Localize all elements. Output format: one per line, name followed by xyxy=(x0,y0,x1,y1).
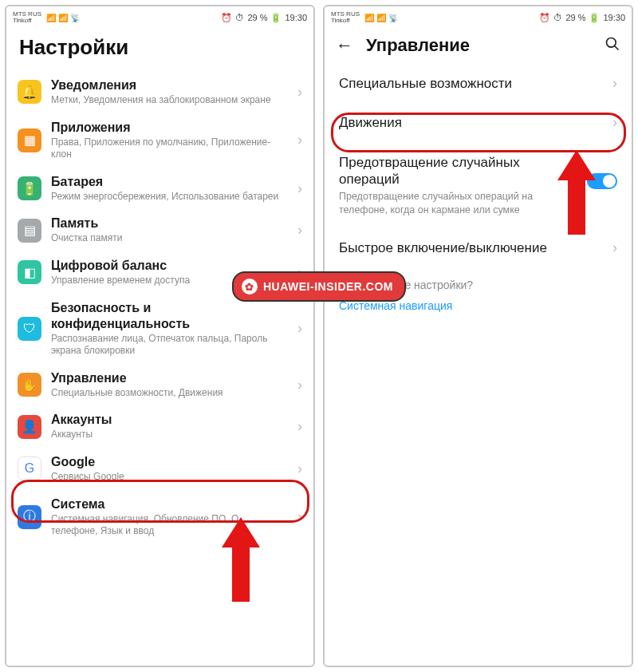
watermark-text: HUAWEI-INSIDER.COM xyxy=(263,280,393,293)
clock: 19:30 xyxy=(603,13,625,22)
row-prevent-accidental[interactable]: Предотвращение случайных операций Предот… xyxy=(325,143,632,228)
search-button[interactable] xyxy=(605,36,620,56)
wifi-icon: 📡 xyxy=(70,14,80,22)
row-memory[interactable]: ▤ Память Очистка памяти › xyxy=(6,209,313,251)
toggle-prevent-accidental[interactable] xyxy=(587,173,617,189)
battery-pct: 29 % xyxy=(565,13,585,22)
page-title: Настройки xyxy=(6,29,313,71)
row-battery[interactable]: 🔋 Батарея Режим энергосбережения, Исполь… xyxy=(6,168,313,210)
row-accessibility[interactable]: Специальные возможности › xyxy=(325,64,632,103)
watermark-badge: ✿ HUAWEI-INSIDER.COM xyxy=(232,271,406,302)
chevron-right-icon: › xyxy=(297,132,302,148)
alarm-icon: ⏰ xyxy=(539,13,550,23)
wifi-icon: 📡 xyxy=(388,14,398,22)
chevron-right-icon: › xyxy=(612,75,617,92)
chevron-right-icon: › xyxy=(297,508,302,525)
row-motions[interactable]: Движения › xyxy=(325,103,632,142)
chevron-right-icon: › xyxy=(297,222,302,239)
row-system[interactable]: ⓘ Система Системная навигация, Обновлени… xyxy=(6,490,313,544)
battery-pct: 29 % xyxy=(247,13,267,22)
bell-icon: 🔔 xyxy=(18,80,41,104)
control-list: Специальные возможности › Движения › Пре… xyxy=(325,64,632,666)
huawei-logo-icon: ✿ xyxy=(242,279,258,294)
row-accounts[interactable]: 👤 Аккаунты Аккаунты › xyxy=(6,405,313,448)
signal-icon-2: 📶 xyxy=(58,14,68,22)
battery-icon: 🔋 xyxy=(18,176,41,200)
hand-icon: ✋ xyxy=(18,373,41,397)
chevron-right-icon: › xyxy=(297,377,302,393)
search-icon xyxy=(605,36,620,52)
memory-icon: ▤ xyxy=(18,219,41,243)
balance-icon: ◧ xyxy=(18,260,41,284)
google-icon: G xyxy=(18,457,41,480)
row-notifications[interactable]: 🔔 Уведомления Метки, Уведомления на забл… xyxy=(6,71,313,113)
chevron-right-icon: › xyxy=(297,461,302,477)
phone-left-settings: МТS RUS Tinkoff 📶 📶 📡 ⏰ ⏱ 29 % 🔋 19:30 Н… xyxy=(5,5,315,667)
phone-right-control: МТS RUS Tinkoff 📶 📶 📡 ⏰ ⏱ 29 % 🔋 19:30 ←… xyxy=(323,5,633,667)
row-quick-power[interactable]: Быстрое включение/выключение › xyxy=(325,228,632,267)
svg-line-1 xyxy=(615,45,619,49)
row-google[interactable]: G Google Сервисы Google › xyxy=(6,448,313,490)
system-icon: ⓘ xyxy=(18,505,41,529)
row-security[interactable]: 🛡 Безопасность и конфиденциальность Расп… xyxy=(6,294,313,364)
apps-icon: ▦ xyxy=(18,128,41,152)
status-bar: МТS RUS Tinkoff 📶 📶 📡 ⏰ ⏱ 29 % 🔋 19:30 xyxy=(6,6,313,29)
chevron-right-icon: › xyxy=(297,320,302,337)
user-icon: 👤 xyxy=(18,415,41,439)
chevron-right-icon: › xyxy=(612,239,617,256)
chevron-right-icon: › xyxy=(297,418,302,435)
svg-point-0 xyxy=(607,38,616,47)
carrier-2: Tinkoff xyxy=(13,18,41,24)
page-title: Управление xyxy=(366,35,592,56)
alarm-icon-2: ⏱ xyxy=(235,13,244,22)
signal-icon-2: 📶 xyxy=(376,14,386,22)
alarm-icon-2: ⏱ xyxy=(553,13,562,22)
row-control[interactable]: ✋ Управление Специальные возможности, Дв… xyxy=(6,364,313,406)
shield-icon: 🛡 xyxy=(18,317,41,341)
alarm-icon: ⏰ xyxy=(221,13,232,23)
status-bar: МТS RUS Tinkoff 📶 📶 📡 ⏰ ⏱ 29 % 🔋 19:30 xyxy=(325,6,632,29)
chevron-right-icon: › xyxy=(297,180,302,197)
battery-icon: 🔋 xyxy=(270,13,282,23)
carrier-2: Tinkoff xyxy=(331,18,360,24)
row-apps[interactable]: ▦ Приложения Права, Приложения по умолча… xyxy=(6,113,313,168)
signal-icon: 📶 xyxy=(46,14,56,22)
signal-icon: 📶 xyxy=(364,14,374,22)
clock: 19:30 xyxy=(285,13,307,22)
settings-list: 🔔 Уведомления Метки, Уведомления на забл… xyxy=(6,71,313,666)
chevron-right-icon: › xyxy=(612,114,617,131)
chevron-right-icon: › xyxy=(297,84,302,101)
battery-icon: 🔋 xyxy=(589,13,600,23)
back-button[interactable]: ← xyxy=(336,35,353,56)
